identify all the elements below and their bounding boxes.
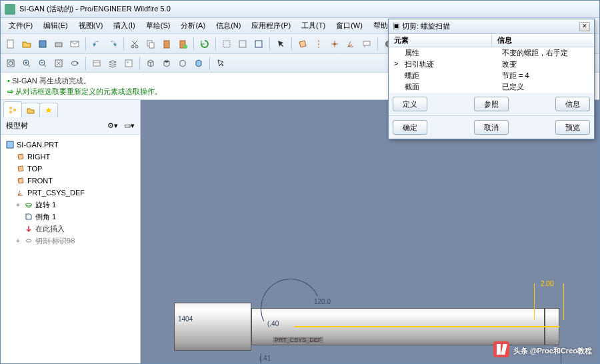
svg-rect-31 <box>13 109 16 111</box>
separator <box>123 37 124 51</box>
dim-value[interactable]: 1404 <box>178 315 193 323</box>
open-icon[interactable] <box>19 37 34 51</box>
svg-rect-12 <box>239 41 246 47</box>
svg-rect-28 <box>127 61 129 63</box>
display-shaded-icon[interactable] <box>191 56 206 71</box>
view-zoom-out-icon[interactable] <box>35 56 50 71</box>
dialog-icon: ▣ <box>393 22 400 30</box>
col-element: 元素 <box>389 34 492 47</box>
cut-icon[interactable] <box>127 37 142 51</box>
tree-label: 旋转 1 <box>35 200 56 210</box>
tree-item-insert-here[interactable]: 在此插入 <box>3 223 137 235</box>
ref-button[interactable]: 参照 <box>474 97 509 111</box>
menu-insert[interactable]: 插入(I) <box>108 19 140 32</box>
app-icon <box>5 4 15 15</box>
new-icon[interactable] <box>3 37 18 51</box>
cancel-button[interactable]: 取消 <box>474 120 509 135</box>
model-tree[interactable]: SI-GAN.PRT RIGHT TOP FRONT PRT_CSYS_DEF … <box>1 135 140 363</box>
datum-point-icon[interactable] <box>327 37 342 51</box>
paste-icon[interactable] <box>159 37 174 51</box>
tree-label: FRONT <box>27 177 53 185</box>
view-zoom-in-icon[interactable] <box>19 56 34 71</box>
row-val: 节距 = 4 <box>497 70 594 81</box>
menu-file[interactable]: 文件(F) <box>3 19 38 32</box>
save-icon[interactable] <box>35 37 50 51</box>
tree-item[interactable]: +切割 标识98 <box>3 235 137 247</box>
csys-icon[interactable] <box>343 37 358 51</box>
datum-plane-icon[interactable] <box>295 37 310 51</box>
regen-icon[interactable] <box>197 37 212 51</box>
expand-icon[interactable]: + <box>14 201 22 209</box>
box2-icon[interactable] <box>235 37 250 51</box>
menu-edit[interactable]: 编辑(E) <box>38 19 73 32</box>
tree-item[interactable]: FRONT <box>3 175 137 187</box>
tree-show-icon[interactable]: ▭▾ <box>124 121 135 129</box>
tree-item[interactable]: TOP <box>3 163 137 175</box>
cursor-icon[interactable] <box>213 56 228 71</box>
dialog-title: 切剪: 螺旋扫描 <box>402 22 450 30</box>
select-icon[interactable] <box>273 37 288 51</box>
tree-item[interactable]: +旋转 1 <box>3 199 137 211</box>
view-spin-icon[interactable] <box>67 56 82 71</box>
info-button[interactable]: 信息 <box>555 97 590 111</box>
row-val: 已定义 <box>497 81 594 93</box>
menu-application[interactable]: 应用程序(P) <box>246 19 296 32</box>
display-wireframe-icon[interactable] <box>143 56 158 71</box>
redo-icon[interactable] <box>105 37 120 51</box>
mail-icon[interactable] <box>67 37 82 51</box>
print-icon[interactable] <box>51 37 66 51</box>
tree-item[interactable]: RIGHT <box>3 151 137 163</box>
copy-icon[interactable] <box>143 37 158 51</box>
menu-sketch[interactable]: 草绘(S) <box>141 19 176 32</box>
paste-special-icon[interactable] <box>175 37 190 51</box>
toutiao-icon <box>493 341 509 357</box>
close-icon[interactable]: ✕ <box>579 22 590 31</box>
saved-views-icon[interactable] <box>89 56 104 71</box>
undo-icon[interactable] <box>89 37 104 51</box>
view-refit-icon[interactable] <box>3 56 18 71</box>
highlight-edge <box>294 326 559 327</box>
menu-info[interactable]: 信息(N) <box>211 19 246 32</box>
menu-view[interactable]: 视图(V) <box>73 19 109 32</box>
tree-root[interactable]: SI-GAN.PRT <box>3 139 137 151</box>
dialog-row[interactable]: >扫引轨迹改变 <box>389 59 594 70</box>
helical-sweep-dialog[interactable]: ▣ 切剪: 螺旋扫描 ✕ 元素 信息 属性不变的螺距，右手定 >扫引轨迹改变 螺… <box>388 19 595 139</box>
tab-folder[interactable] <box>21 103 40 117</box>
chamfer-icon <box>24 212 33 221</box>
display-nohidden-icon[interactable] <box>175 56 190 71</box>
tree-label: 切割 标识98 <box>35 236 75 246</box>
display-hidden-icon[interactable] <box>159 56 174 71</box>
annotation-icon[interactable] <box>359 37 374 51</box>
datum-axis-icon[interactable] <box>311 37 326 51</box>
dialog-columns: 元素 信息 <box>389 34 594 47</box>
dialog-row[interactable]: 属性不变的螺距，右手定 <box>389 47 594 59</box>
view-repaint-icon[interactable] <box>51 56 66 71</box>
menu-window[interactable]: 窗口(W) <box>331 19 368 32</box>
menu-tools[interactable]: 工具(T) <box>296 19 331 32</box>
tab-favorites[interactable] <box>39 103 58 117</box>
tree-item[interactable]: 倒角 1 <box>3 211 137 223</box>
graphics-viewport[interactable]: 1404 (.40 (.41 120.0 2.00 270.60 PRT_CSY… <box>141 100 599 363</box>
dialog-titlebar[interactable]: ▣ 切剪: 螺旋扫描 ✕ <box>389 19 594 34</box>
plane-icon <box>16 152 25 161</box>
tree-item[interactable]: PRT_CSYS_DEF <box>3 187 137 199</box>
box3-icon[interactable] <box>251 37 266 51</box>
ok-button[interactable]: 确定 <box>393 120 427 135</box>
menu-analysis[interactable]: 分析(A) <box>175 19 211 32</box>
define-button[interactable]: 定义 <box>393 97 427 111</box>
view-manager-icon[interactable] <box>121 56 136 71</box>
dialog-row[interactable]: 截面已定义 <box>389 81 594 93</box>
svg-rect-13 <box>255 41 262 47</box>
dialog-rows[interactable]: 属性不变的螺距，右手定 >扫引轨迹改变 螺距节距 = 4 截面已定义 <box>389 47 594 93</box>
watermark: 头条 @Proe和Creo教程 <box>493 340 592 357</box>
tree-settings-icon[interactable]: ⚙▾ <box>107 121 118 129</box>
box1-icon[interactable] <box>219 37 234 51</box>
layers-icon[interactable] <box>105 56 120 71</box>
window-title: SI-GAN (活动的) - Pro/ENGINEER Wildfire 5.0 <box>19 4 171 14</box>
dialog-row[interactable]: 螺距节距 = 4 <box>389 70 594 81</box>
model-tree-panel: 模型树 ⚙▾ ▭▾ SI-GAN.PRT RIGHT TOP FRONT PRT… <box>1 100 141 363</box>
expand-icon[interactable]: + <box>14 237 22 245</box>
preview-button[interactable]: 预览 <box>555 120 590 135</box>
dim-value[interactable]: 2.00 <box>541 280 553 287</box>
tab-model-tree[interactable] <box>3 101 22 117</box>
